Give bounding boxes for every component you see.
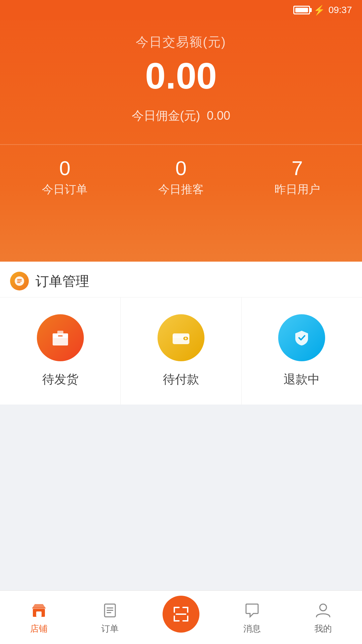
status-time: 09:37 bbox=[328, 5, 352, 15]
nav-item-orders[interactable]: 订单 bbox=[74, 600, 145, 635]
stat-yesterday-users[interactable]: 7 昨日用户 bbox=[275, 158, 320, 197]
shield-icon bbox=[278, 314, 325, 361]
stat-yesterday-users-value: 7 bbox=[292, 158, 303, 178]
today-amount: 0.00 bbox=[145, 57, 217, 94]
svg-rect-25 bbox=[187, 615, 188, 622]
svg-rect-26 bbox=[176, 613, 186, 615]
order-item-pending-ship[interactable]: 待发货 bbox=[0, 298, 121, 405]
order-item-pending-pay-label: 待付款 bbox=[163, 371, 199, 388]
stat-today-referral[interactable]: 0 今日推客 bbox=[158, 158, 204, 197]
svg-rect-16 bbox=[107, 610, 113, 611]
svg-rect-6 bbox=[57, 331, 63, 335]
stats-row: 0 今日订单 0 今日推客 7 昨日用户 bbox=[0, 158, 362, 197]
order-item-pending-pay[interactable]: 待付款 bbox=[121, 298, 241, 405]
stat-today-referral-label: 今日推客 bbox=[158, 182, 204, 197]
nav-item-mine[interactable]: 我的 bbox=[288, 600, 359, 635]
order-management-section: 订单管理 待发货 bbox=[0, 262, 362, 405]
hero-divider bbox=[0, 144, 362, 145]
order-management-header: 订单管理 bbox=[0, 262, 362, 298]
svg-rect-15 bbox=[107, 607, 113, 608]
lightning-icon: ⚡ bbox=[313, 5, 325, 16]
order-management-header-icon bbox=[10, 272, 29, 290]
stat-today-orders-label: 今日订单 bbox=[42, 182, 87, 197]
order-item-pending-ship-label: 待发货 bbox=[42, 371, 78, 388]
status-bar: ⚡ 09:37 bbox=[0, 0, 362, 20]
stat-today-referral-value: 0 bbox=[175, 158, 186, 178]
svg-rect-19 bbox=[174, 607, 175, 613]
stat-today-orders-value: 0 bbox=[59, 158, 70, 178]
order-item-refunding[interactable]: 退款中 bbox=[242, 298, 362, 405]
store-icon bbox=[29, 600, 49, 620]
order-item-refunding-label: 退款中 bbox=[284, 371, 320, 388]
svg-rect-21 bbox=[187, 607, 188, 613]
user-icon bbox=[313, 600, 333, 620]
svg-rect-2 bbox=[17, 281, 22, 282]
battery-icon bbox=[293, 6, 310, 14]
message-icon bbox=[242, 600, 262, 620]
svg-rect-3 bbox=[17, 282, 20, 283]
svg-point-11 bbox=[185, 337, 187, 339]
svg-point-27 bbox=[320, 604, 326, 611]
nav-store-label: 店铺 bbox=[30, 623, 48, 635]
hero-section: 今日交易额(元) 0.00 今日佣金(元) 0.00 0 今日订单 0 今日推客… bbox=[0, 0, 362, 262]
content-area bbox=[0, 406, 362, 590]
commission-label: 今日佣金(元) bbox=[132, 109, 200, 122]
svg-rect-13 bbox=[36, 611, 42, 617]
stat-today-orders[interactable]: 0 今日订单 bbox=[42, 158, 87, 197]
nav-orders-label: 订单 bbox=[101, 623, 119, 635]
nav-item-store[interactable]: 店铺 bbox=[3, 600, 74, 635]
order-management-title: 订单管理 bbox=[36, 272, 89, 290]
stat-yesterday-users-label: 昨日用户 bbox=[275, 182, 320, 197]
nav-item-messages[interactable]: 消息 bbox=[217, 600, 288, 635]
nav-mine-label: 我的 bbox=[314, 623, 332, 635]
svg-rect-7 bbox=[58, 335, 63, 336]
today-transaction-label: 今日交易额(元) bbox=[136, 34, 226, 51]
order-grid: 待发货 待付款 退款中 bbox=[0, 298, 362, 405]
orders-icon bbox=[100, 600, 120, 620]
wallet-icon bbox=[158, 314, 204, 361]
status-bar-right: ⚡ 09:37 bbox=[293, 5, 352, 16]
bottom-nav: 店铺 订单 bbox=[0, 590, 362, 644]
nav-messages-label: 消息 bbox=[243, 623, 261, 635]
commission-value: 0.00 bbox=[207, 109, 230, 122]
commission-row: 今日佣金(元) 0.00 bbox=[132, 108, 230, 124]
nav-item-scan[interactable] bbox=[145, 596, 217, 639]
box-icon bbox=[37, 314, 84, 361]
scan-button[interactable] bbox=[163, 596, 199, 633]
svg-rect-1 bbox=[17, 279, 22, 280]
svg-rect-23 bbox=[174, 615, 175, 622]
svg-rect-17 bbox=[107, 612, 111, 613]
